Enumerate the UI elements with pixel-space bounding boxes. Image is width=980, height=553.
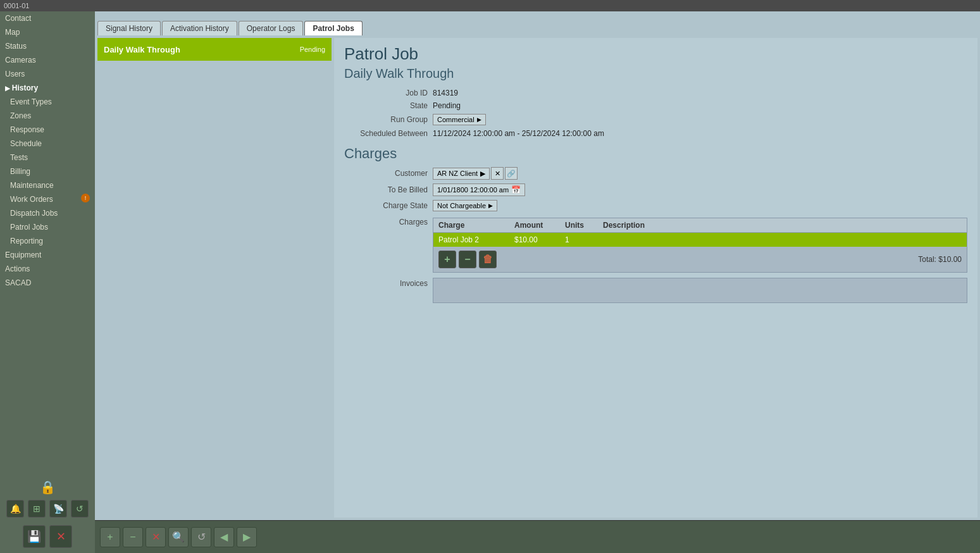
total-label: Total:	[918, 255, 936, 264]
lock-icon: 🔒	[40, 480, 56, 495]
save-cancel-area: 💾 ✕	[23, 525, 72, 548]
sidebar-item-equipment[interactable]: Equipment	[0, 248, 95, 262]
alarm-icon[interactable]: 🔔	[6, 500, 24, 518]
field-label-charges: Charges	[344, 215, 433, 227]
save-button[interactable]: 💾	[23, 525, 46, 548]
col-header-charge: Charge	[438, 221, 514, 230]
customer-arrow: ▶	[480, 170, 485, 178]
field-label-job-id: Job ID	[344, 89, 433, 97]
job-item-status: Pending	[300, 46, 325, 53]
account-id: 0001-01	[4, 2, 29, 9]
field-row-invoices: Invoices	[344, 276, 967, 303]
sidebar-item-contact[interactable]: Contact	[0, 11, 95, 25]
to-be-billed-value: 1/01/1800 12:00:00 am	[437, 186, 509, 194]
field-row-customer: Customer AR NZ Client ▶ ✕ 🔗	[344, 167, 967, 180]
field-label-state: State	[344, 101, 433, 110]
field-label-to-be-billed: To Be Billed	[344, 185, 433, 194]
tab-bar: Signal History Activation History Operat…	[95, 11, 980, 35]
delete-charge-button[interactable]: 🗑	[479, 251, 497, 268]
job-list-item[interactable]: Daily Walk Through Pending	[97, 38, 332, 61]
charge-state-dropdown: Not Chargeable ▶	[433, 200, 497, 211]
field-row-job-id: Job ID 814319	[344, 89, 967, 97]
sidebar-item-status[interactable]: Status	[0, 39, 95, 53]
sidebar-bottom-icons: 🔔 ⊞ 📡 ↺	[6, 500, 89, 518]
field-label-charge-state: Charge State	[344, 201, 433, 210]
field-row-state: State Pending	[344, 101, 967, 110]
field-label-scheduled-between: Scheduled Between	[344, 129, 433, 138]
charges-section-title: Charges	[344, 146, 967, 162]
invoices-container	[433, 276, 967, 303]
field-value-job-id: 814319	[433, 89, 458, 97]
sidebar-item-work-orders[interactable]: Work Orders !	[0, 192, 95, 206]
row-units: 1	[565, 235, 603, 244]
sidebar-item-actions[interactable]: Actions	[0, 262, 95, 276]
row-amount: $10.00	[514, 235, 565, 244]
detail-panel: Patrol Job Daily Walk Through Job ID 814…	[334, 38, 977, 518]
sidebar-item-dispatch-jobs[interactable]: Dispatch Jobs	[0, 206, 95, 220]
sidebar-item-event-types[interactable]: Event Types	[0, 95, 95, 109]
col-header-description: Description	[603, 221, 962, 230]
sidebar-item-zones[interactable]: Zones	[0, 109, 95, 123]
run-group-value: Commercial	[437, 116, 474, 123]
sidebar-item-patrol-jobs[interactable]: Patrol Jobs	[0, 220, 95, 234]
content-area: Signal History Activation History Operat…	[95, 11, 980, 553]
tab-operator-logs[interactable]: Operator Logs	[239, 21, 304, 35]
tab-activation-history[interactable]: Activation History	[162, 21, 237, 35]
run-group-dropdown: Commercial ▶	[433, 114, 486, 125]
sidebar-item-response[interactable]: Response	[0, 123, 95, 137]
charges-total: Total: $10.00	[918, 255, 962, 264]
signal-icon[interactable]: 📡	[49, 500, 67, 518]
sidebar-item-reporting[interactable]: Reporting	[0, 234, 95, 248]
refresh-icon[interactable]: ↺	[71, 500, 89, 518]
add-button[interactable]: +	[100, 527, 120, 547]
search-button[interactable]: 🔍	[168, 527, 189, 547]
field-label-invoices: Invoices	[344, 276, 433, 288]
grid-icon[interactable]: ⊞	[28, 500, 46, 518]
to-be-billed-field[interactable]: 1/01/1800 12:00:00 am 📅	[433, 183, 525, 196]
bottom-toolbar: + − ✕ 🔍 ↺ ◀ ▶	[95, 520, 980, 553]
sidebar-item-users[interactable]: Users	[0, 67, 95, 81]
row-charge: Patrol Job 2	[438, 235, 514, 244]
field-row-run-group: Run Group Commercial ▶	[344, 114, 967, 125]
run-group-select[interactable]: Commercial ▶	[433, 114, 486, 125]
sidebar-item-cameras[interactable]: Cameras	[0, 53, 95, 67]
field-row-charges: Charges Charge Amount Units Description …	[344, 215, 967, 273]
charge-state-select[interactable]: Not Chargeable ▶	[433, 200, 497, 211]
top-bar: 0001-01	[0, 0, 980, 11]
charge-state-value: Not Chargeable	[437, 202, 486, 209]
charges-table-header: Charge Amount Units Description	[433, 218, 967, 233]
sidebar-item-map[interactable]: Map	[0, 25, 95, 39]
tab-signal-history[interactable]: Signal History	[97, 21, 161, 35]
sidebar-item-maintenance[interactable]: Maintenance	[0, 178, 95, 192]
sidebar: Contact Map Status Cameras Users History…	[0, 11, 95, 553]
sidebar-item-billing[interactable]: Billing	[0, 165, 95, 178]
sidebar-item-tests[interactable]: Tests	[0, 151, 95, 165]
col-header-units: Units	[565, 221, 603, 230]
minus-button[interactable]: −	[123, 527, 143, 547]
field-value-state: Pending	[433, 101, 461, 110]
add-charge-button[interactable]: +	[438, 251, 456, 268]
prev-button[interactable]: ◀	[214, 527, 234, 547]
cancel-button[interactable]: ✕	[49, 525, 72, 548]
refresh-button[interactable]: ↺	[191, 527, 211, 547]
work-orders-badge: !	[81, 194, 90, 202]
customer-value: AR NZ Client	[437, 170, 478, 177]
customer-select[interactable]: AR NZ Client ▶	[433, 168, 490, 180]
table-row[interactable]: Patrol Job 2 $10.00 1	[433, 233, 967, 247]
customer-link-button[interactable]: 🔗	[505, 167, 518, 180]
sidebar-item-schedule[interactable]: Schedule	[0, 137, 95, 151]
close-button[interactable]: ✕	[146, 527, 166, 547]
col-header-amount: Amount	[514, 221, 565, 230]
calendar-icon[interactable]: 📅	[511, 185, 521, 194]
field-label-run-group: Run Group	[344, 115, 433, 124]
total-value: $10.00	[938, 255, 962, 264]
page-title: Patrol Job	[344, 44, 967, 64]
customer-clear-button[interactable]: ✕	[491, 167, 504, 180]
remove-charge-button[interactable]: −	[459, 251, 476, 268]
field-value-scheduled-between: 11/12/2024 12:00:00 am - 25/12/2024 12:0…	[433, 129, 604, 138]
sidebar-bottom: 🔒 🔔 ⊞ 📡 ↺ 💾 ✕	[0, 475, 95, 553]
next-button[interactable]: ▶	[237, 527, 257, 547]
tab-patrol-jobs[interactable]: Patrol Jobs	[304, 21, 362, 35]
sidebar-item-history[interactable]: History	[0, 81, 95, 95]
sidebar-item-sacad[interactable]: SACAD	[0, 276, 95, 290]
